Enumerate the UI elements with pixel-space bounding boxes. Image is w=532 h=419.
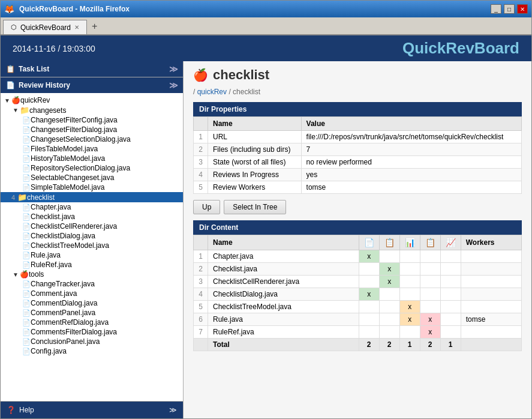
col-name-header: Name: [208, 117, 302, 131]
col-icon3: 📊: [399, 235, 420, 250]
tree-item-checklist[interactable]: 📄 Checklist.java: [1, 212, 183, 222]
tree-item-simpletablemodel[interactable]: 📄 SimpleTableModel.java: [1, 182, 183, 192]
tree-item-ruleref[interactable]: 📄 RuleRef.java: [1, 260, 183, 270]
toggle-changesets[interactable]: ▼: [11, 106, 20, 115]
close-button[interactable]: ✕: [517, 4, 528, 14]
row-num: 2: [194, 263, 208, 276]
main-area: 📋 Task List ≫ 📄 Review History ≫: [1, 61, 531, 418]
file-icon: 📄: [22, 136, 31, 143]
tree-item-checklistdialog[interactable]: 📄 ChecklistDialog.java: [1, 231, 183, 241]
tree-item-checklisttreemodel[interactable]: 📄 ChecklistTreeModel.java: [1, 241, 183, 250]
file-name[interactable]: Chapter.java: [208, 250, 359, 263]
cell-c5: [440, 250, 461, 263]
cell-c3: x: [399, 313, 420, 326]
tree-item-rule[interactable]: 📄 Rule.java: [1, 250, 183, 260]
cell-c2: [379, 313, 399, 326]
col-icon2: 📋: [379, 235, 399, 250]
tree-item-changesetselectiondialog[interactable]: 📄 ChangesetSelectionDialog.java: [1, 134, 183, 144]
table-row: 5 Review Workers tomse: [194, 181, 522, 194]
file-icon: 📄: [22, 145, 31, 153]
table-row: 5 ChecklistTreeModel.java x: [194, 301, 522, 313]
file-name[interactable]: ChecklistCellRenderer.java: [208, 276, 359, 288]
task-list-collapse-icon[interactable]: ≫: [169, 64, 178, 74]
up-button[interactable]: Up: [193, 200, 220, 214]
cell-c4: [420, 250, 440, 263]
total-row: Total 2 2 1 2 1: [194, 339, 522, 351]
table-row: 3 State (worst of all files) no review p…: [194, 156, 522, 169]
tree-item-quickrev[interactable]: ▼ 🍎 quickRev: [1, 95, 183, 105]
file-icon: 📄: [22, 223, 31, 231]
file-name[interactable]: ChecklistDialog.java: [208, 288, 359, 301]
prop-name: URL: [208, 131, 302, 143]
cell-c4: [420, 276, 440, 288]
tree-item-changesetfilterconfig[interactable]: 📄 ChangesetFilterConfig.java: [1, 115, 183, 125]
file-icon: 📄: [22, 232, 31, 240]
tree-item-commentrefdialog[interactable]: 📄 CommentRefDialog.java: [1, 318, 183, 327]
tree-item-chapter[interactable]: 📄 Chapter.java: [1, 202, 183, 212]
file-name[interactable]: Checklist.java: [208, 263, 359, 276]
tree-item-selectablechangeset[interactable]: 📄 SelectableChangeset.java: [1, 173, 183, 182]
file-name[interactable]: RuleRef.java: [208, 326, 359, 339]
cell-c5: [440, 276, 461, 288]
tab-close-icon[interactable]: ✕: [74, 24, 79, 31]
table-row: 6 Rule.java xx tomse: [194, 313, 522, 326]
tree-item-checklistcellrenderer[interactable]: 📄 ChecklistCellRenderer.java: [1, 222, 183, 231]
workers-cell: [461, 288, 521, 301]
toggle-tools[interactable]: ▼: [11, 270, 20, 279]
cell-c2: x: [379, 263, 399, 276]
status-bar-collapse-icon[interactable]: ≫: [169, 406, 177, 414]
prop-name: Files (including sub dirs): [208, 143, 302, 156]
cell-c5: [440, 301, 461, 313]
new-tab-button[interactable]: +: [87, 19, 102, 34]
tree-item-commentdialog[interactable]: 📄 CommentDialog.java: [1, 298, 183, 308]
review-history-collapse-icon[interactable]: ≫: [169, 80, 178, 90]
workers-cell: [461, 263, 521, 276]
status-bar: ❓ Help ≫: [1, 402, 183, 418]
cell-c2: [379, 301, 399, 313]
file-icon: 📄: [22, 319, 31, 327]
file-name[interactable]: Rule.java: [208, 313, 359, 326]
tree-item-changetracker[interactable]: 📄 ChangeTracker.java: [1, 279, 183, 289]
review-history-header[interactable]: 📄 Review History ≫: [1, 77, 183, 93]
dir-properties-section: Dir Properties Name Value 1 URL file:///…: [193, 102, 522, 194]
tree-item-checklist-folder[interactable]: 4 📁 checklist: [1, 192, 183, 202]
tree-item-tools[interactable]: ▼ 🍎 tools: [1, 270, 183, 279]
tree-item-historytablemodel[interactable]: 📄 HistoryTableModel.java: [1, 154, 183, 163]
file-icon: 📄: [22, 328, 31, 336]
file-icon: 📄: [22, 184, 31, 191]
cell-c1: [359, 263, 379, 276]
file-name[interactable]: ChecklistTreeModel.java: [208, 301, 359, 313]
task-list-header[interactable]: 📋 Task List ≫: [1, 61, 183, 77]
prop-name: State (worst of all files): [208, 156, 302, 169]
toggle-quickrev[interactable]: ▼: [3, 96, 11, 104]
file-icon: 📄: [22, 290, 31, 298]
select-in-tree-button[interactable]: Select In Tree: [224, 200, 286, 214]
file-icon: 📄: [22, 261, 31, 269]
col-num-header: [194, 117, 208, 131]
cell-c1: [359, 313, 379, 326]
tree-item-filestablemodel[interactable]: 📄 FilesTableModel.java: [1, 144, 183, 154]
breadcrumb-current: checklist: [233, 88, 260, 96]
minimize-button[interactable]: _: [491, 4, 501, 14]
tree-item-repositoryselectiondialog[interactable]: 📄 RepositorySelectionDialog.java: [1, 163, 183, 173]
tree-item-comment[interactable]: 📄 Comment.java: [1, 289, 183, 298]
breadcrumb-root-link[interactable]: quickRev: [197, 88, 227, 96]
row-num: 1: [194, 131, 208, 143]
tree-item-config[interactable]: 📄 Config.java: [1, 346, 183, 356]
prop-value: 7: [301, 143, 521, 156]
tree-item-changesets[interactable]: ▼ 📁 changesets: [1, 105, 183, 115]
workers-cell: [461, 276, 521, 288]
table-row: 2 Files (including sub dirs) 7: [194, 143, 522, 156]
maximize-button[interactable]: □: [504, 4, 515, 14]
active-tab[interactable]: ⬡ QuickRevBoard ✕: [3, 20, 87, 34]
tree-item-changesetfilterdialog[interactable]: 📄 ChangesetFilterDialog.java: [1, 125, 183, 134]
tree-item-commentpanel[interactable]: 📄 CommentPanel.java: [1, 308, 183, 318]
file-icon: 📄: [22, 300, 31, 307]
tree-item-commentsfilterdialog[interactable]: 📄 CommentsFilterDialog.java: [1, 327, 183, 337]
tree-item-conclusionpanel[interactable]: 📄 ConclusionPanel.java: [1, 337, 183, 346]
col-icon5: 📈: [440, 235, 461, 250]
window-controls: _ □ ✕: [491, 4, 528, 14]
task-list-section: 📋 Task List ≫: [1, 61, 183, 77]
cell-c2: [379, 250, 399, 263]
row-num: 6: [194, 313, 208, 326]
